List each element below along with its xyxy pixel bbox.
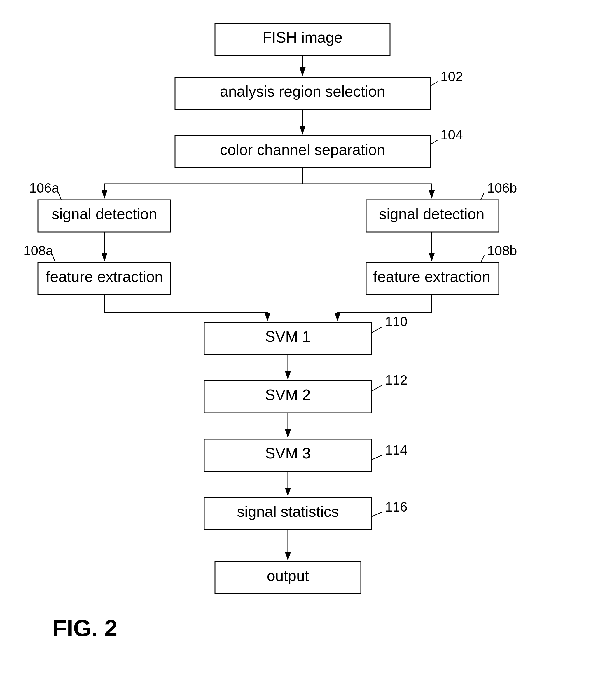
label-116-line: [372, 512, 382, 517]
label-106b: 106b: [487, 180, 517, 196]
label-104-line: [430, 140, 437, 145]
label-108b-line: [481, 255, 484, 262]
svm3-label: SVM 3: [265, 445, 311, 461]
signal-detection-a-label: signal detection: [52, 205, 157, 222]
feature-extraction-a-label: feature extraction: [46, 268, 163, 285]
label-102-line: [430, 82, 437, 86]
fig-label: FIG. 2: [52, 615, 117, 641]
label-104: 104: [440, 127, 463, 142]
svm1-label: SVM 1: [265, 328, 311, 345]
label-112-line: [372, 385, 382, 391]
label-116: 116: [385, 499, 407, 515]
svm2-label: SVM 2: [265, 386, 311, 403]
label-106b-line: [481, 193, 484, 200]
signal-statistics-label: signal statistics: [237, 503, 339, 520]
fish-image-label: FISH image: [262, 29, 343, 46]
diagram-container: FISH image analysis region selection 102…: [0, 0, 605, 700]
analysis-region-label: analysis region selection: [220, 83, 385, 100]
color-channel-label: color channel separation: [220, 141, 385, 158]
label-110: 110: [385, 314, 407, 329]
label-114-line: [372, 455, 382, 459]
label-108a: 108a: [23, 243, 53, 258]
feature-extraction-b-label: feature extraction: [373, 268, 490, 285]
signal-detection-b-label: signal detection: [379, 205, 484, 222]
output-label: output: [267, 567, 309, 584]
label-114: 114: [385, 442, 407, 457]
label-102: 102: [440, 69, 463, 84]
label-110-line: [372, 327, 382, 333]
label-108b: 108b: [487, 243, 517, 258]
label-112: 112: [385, 372, 407, 388]
label-106a: 106a: [29, 180, 59, 196]
